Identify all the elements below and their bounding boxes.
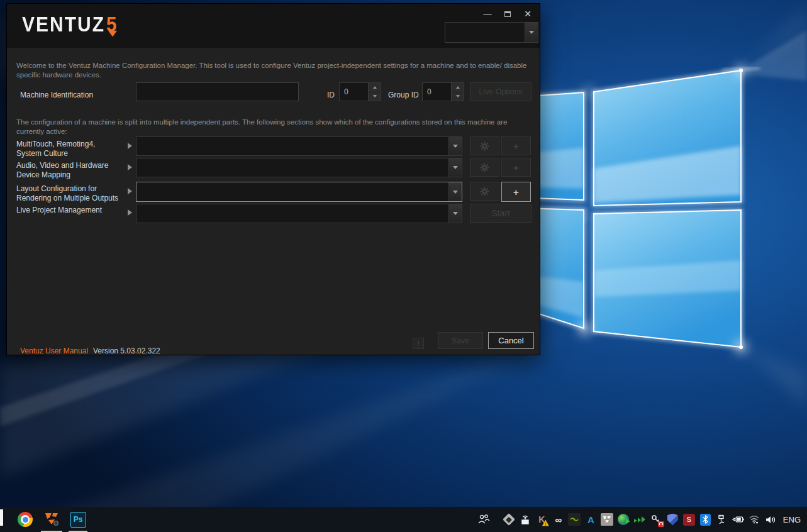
layout-combobox[interactable]	[136, 182, 462, 202]
group-id-spin-down[interactable]	[452, 92, 464, 101]
header-combobox[interactable]	[445, 22, 538, 43]
id-label: ID	[327, 91, 335, 99]
section-label-line: Device Mapping	[16, 170, 130, 180]
welcome-text: Welcome to the Ventuz Machine Configurat…	[16, 61, 531, 80]
plus-icon: +	[513, 187, 519, 197]
remote-device-icon[interactable]	[519, 513, 532, 526]
audio-video-add-button[interactable]: +	[501, 158, 531, 177]
plus-icon: +	[513, 163, 519, 172]
multitouch-add-button[interactable]: +	[501, 136, 531, 155]
expander-icon[interactable]	[128, 164, 132, 170]
ventuz-tray-icon[interactable]	[601, 513, 614, 526]
expander-icon[interactable]	[128, 143, 132, 149]
cancel-button[interactable]: Cancel	[488, 332, 534, 349]
expander-icon[interactable]	[128, 209, 132, 216]
id-spin-up[interactable]	[369, 83, 381, 92]
key-lock-icon[interactable]	[650, 513, 663, 526]
layout-settings-button[interactable]	[470, 182, 499, 201]
version-text: Version 5.03.02.322	[93, 346, 160, 355]
download-manager-icon[interactable]	[617, 513, 630, 526]
user-manual-link[interactable]: Ventuz User Manual	[20, 346, 88, 355]
section-label-live-project: Live Project Management	[16, 206, 130, 215]
ventuz-config-window: VENTUZ5 — ✕ Welcome to the Ventuz Machin…	[6, 3, 540, 355]
machine-identification-label: Machine Identification	[20, 91, 93, 99]
people-icon[interactable]	[477, 513, 491, 526]
minimize-button[interactable]: —	[482, 9, 493, 19]
ventuz-logo: VENTUZ5	[22, 13, 118, 36]
save-button[interactable]: Save	[438, 332, 483, 349]
maximize-button[interactable]	[502, 9, 513, 19]
group-id-label: Group ID	[388, 91, 419, 99]
ventuz-icon	[43, 511, 60, 528]
autodesk-letter: A	[587, 514, 594, 525]
gear-icon	[480, 141, 489, 151]
substance-icon[interactable]: S	[682, 513, 696, 526]
group-id-value: 0	[427, 87, 431, 96]
chevron-down-icon[interactable]	[448, 204, 462, 223]
system-tray: K ! ∞ A	[477, 507, 804, 532]
live-project-combobox[interactable]	[136, 204, 462, 223]
section-label-line: MultiTouch, Remoting4,	[16, 140, 130, 149]
layout-add-button[interactable]: +	[501, 182, 531, 202]
brand-accent-5: 5	[106, 13, 118, 36]
photoshop-icon: Ps	[70, 512, 86, 528]
machine-name-input[interactable]	[136, 82, 299, 101]
taskbar-ventuz[interactable]	[38, 507, 65, 532]
chevron-down-icon[interactable]	[448, 158, 462, 177]
id-value: 0	[344, 87, 348, 96]
section-label-line: Live Project Management	[16, 206, 130, 215]
section-label-line: System Culture	[16, 149, 130, 158]
creative-cloud-icon[interactable]: ∞	[552, 513, 565, 526]
section-label-line: Layout Configuration for	[16, 184, 130, 194]
taskbar-chrome[interactable]	[13, 507, 38, 532]
section-label-line: Audio, Video and Hardware	[16, 161, 130, 170]
audio-video-settings-button[interactable]	[470, 158, 499, 177]
group-id-spin-up[interactable]	[452, 83, 464, 92]
maximize-icon	[504, 11, 511, 17]
substance-letter: S	[683, 514, 695, 526]
multitouch-combobox[interactable]	[136, 136, 462, 156]
section-label-line: Rendering on Multiple Outputs	[16, 194, 130, 203]
lock-badge-icon	[658, 521, 664, 527]
live-options-button[interactable]: Live Options	[470, 82, 532, 101]
chevron-down-icon[interactable]	[525, 23, 538, 42]
close-button[interactable]: ✕	[522, 9, 533, 19]
utility-diamond-icon[interactable]	[503, 513, 516, 526]
chevron-down-icon[interactable]	[448, 137, 462, 155]
group-id-spinner[interactable]: 0	[422, 82, 464, 101]
audio-video-combobox[interactable]	[136, 158, 462, 177]
id-spinner[interactable]: 0	[339, 82, 381, 101]
plus-icon: +	[513, 141, 519, 151]
brand-text: VENTUZ	[22, 13, 105, 36]
desktop: VENTUZ5 — ✕ Welcome to the Ventuz Machin…	[0, 0, 807, 532]
expander-icon[interactable]	[128, 188, 132, 194]
nvidia-icon[interactable]	[568, 513, 581, 526]
background-window-sliver	[0, 509, 3, 526]
section-label-layout: Layout Configuration for Rendering on Mu…	[16, 184, 130, 202]
autodesk-icon[interactable]: A	[584, 513, 598, 526]
multitouch-settings-button[interactable]	[470, 136, 499, 155]
gear-icon	[480, 163, 489, 172]
section-label-audio-video: Audio, Video and Hardware Device Mapping	[16, 161, 130, 179]
warning-app-icon[interactable]: K !	[535, 513, 548, 526]
chrome-icon	[18, 512, 33, 527]
start-button[interactable]: Start	[470, 204, 532, 223]
green-arrows-icon[interactable]	[633, 513, 647, 526]
alert-button[interactable]: !	[413, 338, 424, 349]
id-spin-down[interactable]	[369, 92, 381, 101]
config-intro-text: The configuration of a machine is split …	[16, 118, 531, 136]
gear-icon	[480, 187, 489, 196]
taskbar: Ps K !	[0, 507, 807, 532]
usb-icon[interactable]	[715, 513, 728, 526]
titlebar: VENTUZ5 — ✕	[7, 4, 540, 48]
bluetooth-icon[interactable]	[699, 513, 712, 526]
taskbar-photoshop[interactable]: Ps	[65, 507, 91, 532]
chevron-down-icon[interactable]	[448, 182, 462, 201]
creative-cloud-glyph: ∞	[555, 514, 561, 525]
section-label-multitouch: MultiTouch, Remoting4, System Culture	[16, 140, 130, 158]
power-plug-icon[interactable]	[732, 513, 745, 526]
wifi-icon[interactable]	[748, 513, 761, 526]
language-indicator[interactable]: ENG	[783, 515, 801, 524]
defender-shield-icon[interactable]	[666, 513, 679, 526]
volume-icon[interactable]	[764, 513, 777, 526]
